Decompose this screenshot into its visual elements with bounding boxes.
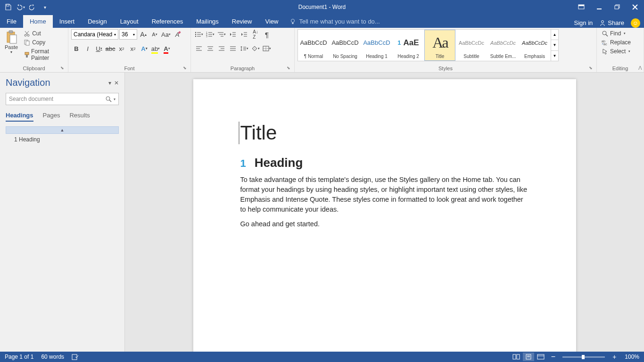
zoom-level[interactable]: 100% xyxy=(625,354,639,360)
styles-scroll-down[interactable]: ▼ xyxy=(551,40,558,50)
italic-button[interactable]: I xyxy=(83,43,93,54)
tab-review[interactable]: Review xyxy=(225,15,259,28)
replace-button[interactable]: abacReplace xyxy=(600,38,633,47)
nav-tab-headings[interactable]: Headings xyxy=(6,112,33,122)
borders-button[interactable]: ▾ xyxy=(262,43,272,54)
body-paragraph-1[interactable]: To take advantage of this template's des… xyxy=(240,175,529,214)
doc-title-text[interactable]: Title xyxy=(239,122,529,144)
feedback-smile-icon[interactable]: ☺ xyxy=(631,18,640,28)
multilevel-list-button[interactable]: ▾ xyxy=(216,29,227,40)
select-button[interactable]: Select▾ xyxy=(600,47,632,56)
justify-button[interactable] xyxy=(228,43,238,54)
zoom-slider[interactable] xyxy=(562,356,605,358)
style-emphasis[interactable]: AaBbCcDcEmphasis xyxy=(519,30,550,61)
underline-button[interactable]: U▾ xyxy=(94,43,104,54)
status-words[interactable]: 60 words xyxy=(41,354,64,360)
read-mode-button[interactable] xyxy=(511,353,522,361)
nav-search-input[interactable]: Search document ▾ xyxy=(6,93,119,105)
restore-button[interactable] xyxy=(608,0,626,14)
nav-menu-button[interactable]: ▾ xyxy=(108,80,111,86)
sort-button[interactable]: A↓Z xyxy=(250,29,261,40)
tab-file[interactable]: File xyxy=(0,15,23,28)
tab-layout[interactable]: Layout xyxy=(114,15,145,28)
tab-references[interactable]: References xyxy=(145,15,190,28)
nav-tab-pages[interactable]: Pages xyxy=(43,112,60,122)
share-button[interactable]: Share xyxy=(596,18,627,28)
save-icon[interactable] xyxy=(3,2,13,12)
clear-formatting-button[interactable]: A◆ xyxy=(172,29,182,40)
align-left-button[interactable] xyxy=(194,43,204,54)
document-area[interactable]: Title 1 Heading To take advantage of thi… xyxy=(125,73,644,352)
heading-text[interactable]: Heading xyxy=(255,156,303,170)
font-size-combo[interactable]: 36▾ xyxy=(119,29,137,40)
style-no-spacing[interactable]: AaBbCcDNo Spacing xyxy=(330,30,361,61)
highlight-button[interactable]: ab▾ xyxy=(150,43,161,54)
style-title[interactable]: AaTitle xyxy=(424,30,455,61)
font-color-button[interactable]: A▾ xyxy=(162,43,172,54)
style-heading-1[interactable]: AaBbCcDHeading 1 xyxy=(361,30,392,61)
status-page[interactable]: Page 1 of 1 xyxy=(5,354,33,360)
style-subtitle[interactable]: AaBbCcDcSubtitle xyxy=(456,30,487,61)
qat-customize-icon[interactable]: ▾ xyxy=(40,2,50,12)
align-center-button[interactable] xyxy=(205,43,215,54)
undo-icon[interactable]: ▾ xyxy=(15,2,25,12)
styles-expand[interactable]: ▼ xyxy=(551,51,558,61)
styles-scroll-up[interactable]: ▲ xyxy=(551,30,558,40)
tab-insert[interactable]: Insert xyxy=(53,15,82,28)
find-button[interactable]: Find▾ xyxy=(600,29,627,38)
ribbon-display-icon[interactable] xyxy=(572,0,590,14)
nav-close-button[interactable]: ✕ xyxy=(114,80,119,86)
tab-home[interactable]: Home xyxy=(23,15,53,28)
status-proofing-icon[interactable] xyxy=(72,354,79,360)
decrease-indent-button[interactable] xyxy=(228,29,238,40)
show-marks-button[interactable]: ¶ xyxy=(262,29,272,40)
zoom-out-button[interactable]: − xyxy=(547,353,559,361)
style-subtle-em---[interactable]: AaBbCcDcSubtle Em... xyxy=(487,30,519,61)
cut-button[interactable]: Cut xyxy=(22,29,65,38)
document-page[interactable]: Title 1 Heading To take advantage of thi… xyxy=(193,79,576,352)
web-layout-button[interactable] xyxy=(535,353,546,361)
styles-dialog-launcher[interactable]: ⬊ xyxy=(589,66,593,70)
align-right-button[interactable] xyxy=(216,43,227,54)
tell-me-search[interactable]: Tell me what you want to do... xyxy=(285,15,384,28)
style-heading-2[interactable]: 1 AaEHeading 2 xyxy=(393,30,424,61)
clipboard-dialog-launcher[interactable]: ⬊ xyxy=(60,66,64,70)
increase-indent-button[interactable] xyxy=(239,29,249,40)
superscript-button[interactable]: x2 xyxy=(128,43,138,54)
scissors-icon xyxy=(24,30,30,37)
nav-collapse-bar[interactable]: ▲ xyxy=(6,126,119,134)
bold-button[interactable]: B xyxy=(71,43,82,54)
bullets-button[interactable]: ▾ xyxy=(194,29,204,40)
body-paragraph-2[interactable]: Go ahead and get started. xyxy=(240,219,529,229)
paintbrush-icon xyxy=(24,51,29,58)
copy-button[interactable]: Copy xyxy=(22,38,65,47)
text-effects-button[interactable]: A▾ xyxy=(139,43,149,54)
shrink-font-button[interactable]: A▾ xyxy=(149,29,160,40)
collapse-ribbon-button[interactable]: ᐱ xyxy=(638,65,642,71)
close-button[interactable] xyxy=(626,0,644,14)
tab-design[interactable]: Design xyxy=(81,15,113,28)
subscript-button[interactable]: x2 xyxy=(116,43,127,54)
shading-button[interactable]: ▾ xyxy=(250,43,261,54)
numbering-button[interactable]: 123▾ xyxy=(205,29,215,40)
sign-in-link[interactable]: Sign in xyxy=(574,19,593,26)
redo-icon[interactable] xyxy=(27,2,38,12)
strikethrough-button[interactable]: abc xyxy=(105,43,116,54)
font-dialog-launcher[interactable]: ⬊ xyxy=(183,66,187,70)
style---normal[interactable]: AaBbCcD¶ Normal xyxy=(298,30,329,61)
nav-tab-results[interactable]: Results xyxy=(69,112,90,122)
line-spacing-button[interactable]: ▾ xyxy=(239,43,249,54)
font-name-combo[interactable]: Candara (Head▾ xyxy=(71,29,118,40)
minimize-button[interactable] xyxy=(590,0,608,14)
format-painter-button[interactable]: Format Painter xyxy=(22,47,65,62)
tab-mailings[interactable]: Mailings xyxy=(190,15,225,28)
paragraph-dialog-launcher[interactable]: ⬊ xyxy=(287,66,290,70)
tab-view[interactable]: View xyxy=(258,15,285,28)
copy-icon xyxy=(24,39,30,46)
zoom-in-button[interactable]: + xyxy=(609,353,620,361)
grow-font-button[interactable]: A▴ xyxy=(138,29,149,40)
nav-heading-item[interactable]: 1 Heading xyxy=(6,134,119,145)
change-case-button[interactable]: Aa▾ xyxy=(161,29,171,40)
paste-button[interactable]: Paste▾ xyxy=(3,29,20,55)
print-layout-button[interactable] xyxy=(523,353,534,361)
